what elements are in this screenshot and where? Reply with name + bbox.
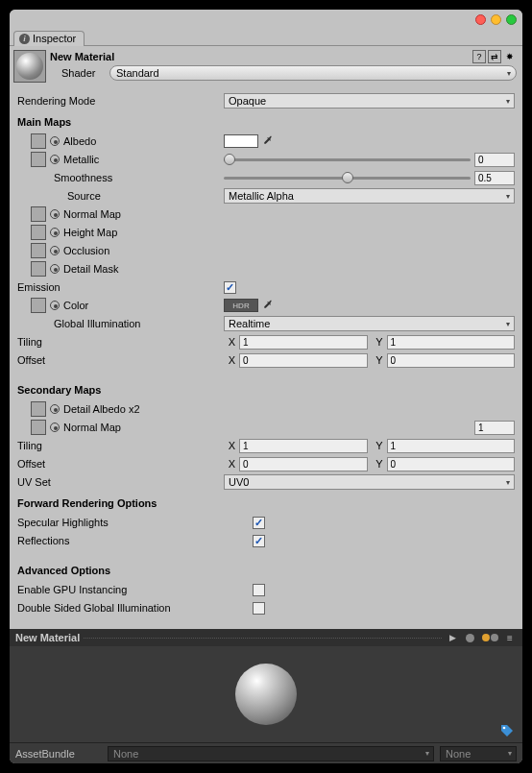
smoothness-label: Smoothness — [17, 172, 224, 183]
rendering-mode-dropdown[interactable]: Opaque — [224, 93, 515, 109]
target-icon — [50, 136, 60, 146]
y-label: Y — [372, 336, 383, 348]
emission-checkbox[interactable] — [224, 281, 236, 294]
emission-label: Emission — [17, 281, 224, 293]
albedo-color-swatch[interactable] — [224, 134, 258, 148]
secondary-tiling-x-field[interactable] — [239, 439, 368, 453]
x-label: X — [224, 458, 235, 470]
material-preview-sphere — [235, 664, 297, 725]
uv-set-dropdown[interactable]: UV0 — [224, 474, 515, 490]
tiling-x-field[interactable] — [239, 335, 368, 350]
menu-icon[interactable]: ≡ — [503, 631, 517, 644]
assetbundle-label: AssetBundle — [15, 748, 102, 760]
inspector-window: i Inspector New Material ? ⇄ ✸ Shader St… — [10, 10, 522, 763]
secondary-offset-y-field[interactable] — [387, 457, 516, 471]
shader-label: Shader — [50, 67, 106, 79]
albedo-texture-slot[interactable] — [31, 133, 46, 149]
smoothness-source-dropdown[interactable]: Metallic Alpha — [224, 188, 515, 204]
material-header: New Material ? ⇄ ✸ Shader Standard — [10, 46, 522, 86]
tiling-y-field[interactable] — [387, 335, 516, 350]
assetbundle-bar: AssetBundle None None — [10, 742, 522, 763]
preview-title: New Material — [15, 632, 80, 643]
secondary-normal-value-field[interactable] — [474, 421, 515, 435]
emission-color-texture-slot[interactable] — [31, 298, 46, 313]
secondary-offset-label: Offset — [17, 458, 224, 470]
window-controls — [475, 14, 517, 25]
height-map-texture-slot[interactable] — [31, 225, 46, 240]
secondary-tiling-label: Tiling — [17, 440, 224, 451]
target-icon — [50, 209, 60, 219]
normal-map-label: Normal Map — [63, 208, 121, 220]
metallic-texture-slot[interactable] — [31, 152, 46, 167]
normal-map-texture-slot[interactable] — [31, 206, 46, 222]
assetbundle-variant-dropdown[interactable]: None — [440, 746, 517, 761]
double-sided-gi-checkbox[interactable] — [253, 602, 265, 615]
offset-y-field[interactable] — [387, 353, 516, 368]
y-label: Y — [372, 458, 383, 470]
secondary-tiling-y-field[interactable] — [387, 439, 516, 453]
tab-label: Inspector — [33, 33, 76, 44]
specular-highlights-checkbox[interactable] — [253, 517, 265, 529]
target-icon — [50, 404, 60, 414]
target-icon — [50, 423, 60, 432]
close-window-button[interactable] — [475, 14, 486, 25]
tiling-label: Tiling — [17, 336, 224, 348]
advanced-options-header: Advanced Options — [17, 562, 515, 579]
inspector-content: Rendering Mode Opaque Main Maps Albedo M… — [10, 86, 522, 629]
lighting-icon[interactable] — [480, 631, 499, 644]
target-icon — [50, 246, 60, 255]
secondary-normal-map-label: Normal Map — [63, 422, 121, 433]
eyedropper-icon[interactable] — [262, 299, 274, 312]
eyedropper-icon[interactable] — [262, 134, 274, 148]
minimize-window-button[interactable] — [491, 14, 501, 25]
offset-x-field[interactable] — [239, 353, 368, 368]
y-label: Y — [372, 354, 383, 366]
svg-point-0 — [503, 727, 506, 730]
assetbundle-name-dropdown[interactable]: None — [108, 746, 434, 761]
shader-dropdown[interactable]: Standard — [109, 65, 517, 81]
detail-mask-texture-slot[interactable] — [31, 261, 46, 277]
smoothness-field[interactable] — [474, 171, 515, 185]
zoom-window-button[interactable] — [506, 14, 517, 25]
gpu-instancing-checkbox[interactable] — [253, 584, 265, 596]
global-illumination-label: Global Illumination — [17, 318, 224, 329]
detail-mask-label: Detail Mask — [63, 263, 118, 275]
global-illumination-dropdown[interactable]: Realtime — [224, 316, 515, 331]
detail-albedo-texture-slot[interactable] — [31, 401, 46, 417]
preset-icon[interactable]: ⇄ — [488, 50, 501, 63]
smoothness-slider[interactable] — [224, 171, 471, 184]
main-maps-header: Main Maps — [17, 113, 515, 131]
target-icon — [50, 264, 60, 274]
preview-header[interactable]: New Material ▶ ≡ — [10, 629, 522, 646]
metallic-slider[interactable] — [224, 153, 471, 166]
y-label: Y — [372, 440, 383, 451]
material-name: New Material — [50, 51, 472, 62]
info-icon: i — [19, 34, 30, 44]
gear-icon[interactable]: ✸ — [503, 50, 517, 63]
metallic-field[interactable] — [474, 153, 515, 167]
secondary-maps-header: Secondary Maps — [17, 381, 515, 399]
asset-label-icon[interactable] — [499, 723, 515, 738]
target-icon — [50, 301, 60, 310]
x-label: X — [224, 440, 235, 451]
secondary-normal-map-texture-slot[interactable] — [31, 420, 46, 435]
sphere-icon[interactable] — [463, 631, 476, 644]
source-label: Source — [17, 190, 224, 202]
reflections-checkbox[interactable] — [253, 535, 265, 547]
preview-viewport[interactable] — [10, 646, 522, 742]
forward-rendering-header: Forward Rendering Options — [17, 495, 515, 512]
secondary-offset-x-field[interactable] — [239, 457, 368, 471]
emission-hdr-swatch[interactable]: HDR — [224, 299, 258, 312]
reflections-label: Reflections — [17, 535, 253, 546]
help-icon[interactable]: ? — [472, 50, 486, 63]
uv-set-label: UV Set — [17, 476, 224, 488]
tab-bar: i Inspector — [10, 29, 522, 46]
preview-drag-handle[interactable] — [84, 638, 442, 639]
inspector-tab[interactable]: i Inspector — [13, 31, 85, 46]
gpu-instancing-label: Enable GPU Instancing — [17, 584, 253, 595]
occlusion-texture-slot[interactable] — [31, 243, 46, 258]
material-thumbnail[interactable] — [13, 50, 46, 83]
metallic-label: Metallic — [63, 154, 99, 165]
x-label: X — [224, 354, 235, 366]
play-icon[interactable]: ▶ — [446, 631, 459, 644]
